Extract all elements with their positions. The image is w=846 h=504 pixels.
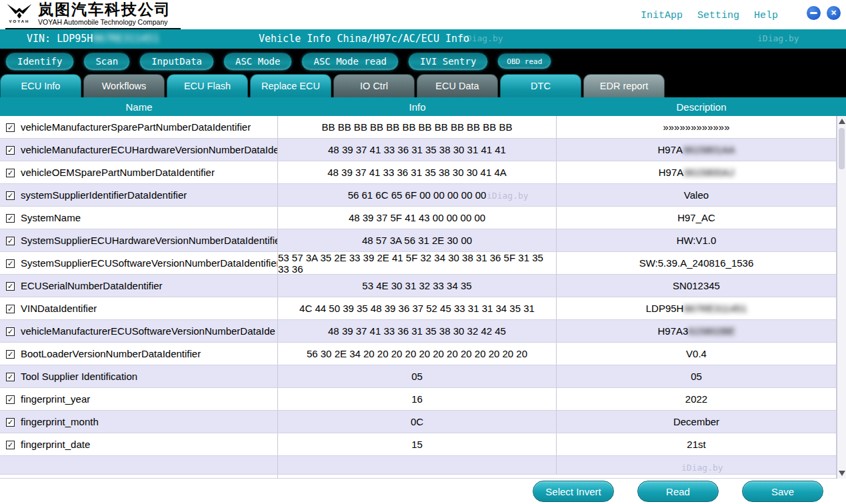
toolbar-obd-read-button[interactable]: OBD read — [497, 53, 551, 69]
vertical-scrollbar[interactable] — [837, 116, 846, 479]
toolbar-inputdata-button[interactable]: InputData — [139, 53, 214, 71]
toolbar-asc-mode-button[interactable]: ASC Mode — [223, 53, 292, 71]
checkbox-checked-icon[interactable]: ✓ — [6, 373, 15, 381]
row-name: vehicleManufacturerSparePartNumberDataId… — [21, 121, 251, 133]
row-description-cell: H97A3615800AJ — [557, 161, 836, 183]
checkbox-checked-icon[interactable]: ✓ — [6, 259, 15, 268]
row-name-cell — [0, 456, 278, 474]
row-description: SN012345 — [673, 280, 720, 291]
read-button[interactable]: Read — [637, 481, 719, 502]
table-row: ✓VINDataIdentifier4C 44 50 39 35 48 39 3… — [0, 297, 836, 320]
row-description: H97_AC — [677, 212, 715, 223]
row-info-cell — [278, 456, 557, 474]
row-description: V0.4 — [686, 348, 707, 359]
row-name: vehicleOEMSparePartNumberDataIdentifier — [21, 167, 215, 178]
redacted-text: 615802BE — [688, 325, 735, 337]
tab-replace-ecu[interactable]: Replace ECU — [250, 74, 331, 97]
scroll-down-arrow-icon[interactable] — [839, 471, 845, 476]
voyah-logo: VOYAH — [5, 2, 33, 25]
company-name-cn: 岚图汽车科技公司 — [38, 1, 171, 17]
table-body: ✓vehicleManufacturerSparePartNumberDataI… — [0, 116, 837, 479]
toolbar-asc-mode-read-button[interactable]: ASC Mode read — [301, 53, 399, 71]
row-description: Valeo — [684, 189, 709, 201]
table-row: ✓vehicleManufacturerECUHardwareVersionNu… — [0, 139, 836, 161]
row-name-cell: ✓vehicleManufacturerSparePartNumberDataI… — [0, 116, 278, 138]
row-name: Tool Supplier Identification — [21, 371, 137, 382]
row-name-cell: ✓BootLoaderVersionNumberDataIdentifier — [0, 343, 278, 365]
minimize-button[interactable] — [807, 6, 821, 20]
row-description-cell: HW:V1.0 — [557, 229, 836, 251]
table-row: ✓systemSupplierIdentifierDataIdentifier5… — [0, 184, 836, 207]
row-info-cell: 56 30 2E 34 20 20 20 20 20 20 20 20 20 2… — [278, 343, 557, 365]
tab-ecu-flash[interactable]: ECU Flash — [167, 74, 248, 97]
row-info-cell: 48 39 37 41 33 36 31 35 38 30 30 41 4A — [278, 161, 557, 183]
table-header: Name Info Description — [0, 97, 846, 116]
row-info-cell: 48 39 37 41 33 36 31 35 38 30 32 42 45 — [278, 320, 557, 342]
checkbox-checked-icon[interactable]: ✓ — [6, 214, 15, 223]
checkbox-checked-icon[interactable]: ✓ — [6, 327, 15, 336]
toolbar-ivi-sentry-button[interactable]: IVI Sentry — [408, 53, 488, 71]
toolbar-identify-button[interactable]: Identify — [5, 53, 74, 71]
table-row: ✓Tool Supplier Identification0505 — [0, 365, 836, 388]
checkbox-checked-icon[interactable]: ✓ — [6, 305, 15, 313]
save-button[interactable]: Save — [742, 481, 823, 502]
tab-workflows[interactable]: Workflows — [83, 74, 165, 97]
tab-edr-report[interactable]: EDR report — [583, 74, 665, 97]
row-name-cell: ✓vehicleManufacturerECUSoftwareVersionNu… — [0, 320, 278, 342]
row-info-cell: 53 4E 30 31 32 33 34 35 — [278, 275, 557, 297]
checkbox-checked-icon[interactable]: ✓ — [6, 191, 15, 200]
menu-initapp[interactable]: InitApp — [641, 10, 683, 21]
window-controls: ✕ — [807, 6, 841, 20]
tab-dtc[interactable]: DTC — [500, 74, 581, 97]
row-description: 2022 — [685, 393, 707, 405]
row-name: vehicleManufacturerECUSoftwareVersionNum… — [21, 325, 275, 337]
tab-ecu-info[interactable]: ECU Info — [0, 74, 81, 97]
app-window: VOYAH 岚图汽车科技公司 VOYAH Automobile Technolo… — [0, 0, 846, 504]
checkbox-checked-icon[interactable]: ✓ — [6, 169, 15, 177]
row-name: vehicleManufacturerECUHardwareVersionNum… — [21, 144, 278, 155]
row-info-cell: 48 39 37 5F 41 43 00 00 00 00 — [278, 207, 557, 229]
toolbar-scan-button[interactable]: Scan — [83, 53, 130, 71]
table-row: ✓ECUSerialNumberDataIdentifier53 4E 30 3… — [0, 275, 836, 297]
checkbox-checked-icon[interactable]: ✓ — [6, 123, 15, 132]
row-name-cell: ✓fingerprint_month — [0, 411, 278, 433]
row-description-cell: H97_AC — [557, 207, 836, 229]
row-name-cell: ✓fingerprint_date — [0, 433, 278, 455]
scrollbar-thumb[interactable] — [839, 128, 845, 169]
row-name-cell: ✓Tool Supplier Identification — [0, 365, 278, 387]
row-description: H97A — [658, 144, 683, 155]
checkbox-checked-icon[interactable]: ✓ — [6, 282, 15, 291]
title-bar: VOYAH 岚图汽车科技公司 VOYAH Automobile Technolo… — [0, 0, 846, 29]
column-header-description: Description — [557, 97, 846, 116]
menu-help[interactable]: Help — [754, 10, 778, 21]
close-icon: ✕ — [831, 9, 837, 17]
close-button[interactable]: ✕ — [827, 6, 841, 20]
tab-ecu-data[interactable]: ECU Data — [417, 74, 498, 97]
menu-setting[interactable]: Setting — [697, 10, 739, 21]
table-row: ✓vehicleManufacturerECUSoftwareVersionNu… — [0, 320, 836, 343]
minimize-icon — [810, 12, 817, 14]
row-name: fingerprint_date — [21, 439, 90, 450]
row-description-cell: 05 — [557, 365, 836, 387]
scroll-up-arrow-icon[interactable] — [839, 119, 845, 124]
row-description-cell: 2022 — [557, 388, 836, 410]
vin-label: VIN: — [27, 33, 57, 45]
row-name: fingerprint_month — [21, 416, 99, 427]
toolbar: Identify Scan InputData ASC Mode ASC Mod… — [0, 49, 846, 74]
row-info-cell: 4C 44 50 39 35 48 39 36 37 52 45 33 31 3… — [278, 297, 557, 319]
select-invert-button[interactable]: Select Invert — [533, 481, 614, 502]
checkbox-checked-icon[interactable]: ✓ — [6, 395, 15, 404]
checkbox-checked-icon[interactable]: ✓ — [6, 237, 15, 245]
row-name: SystemSupplierECUHardwareVersionNumberDa… — [21, 235, 278, 246]
row-description-cell: Valeo — [557, 184, 836, 206]
checkbox-checked-icon[interactable]: ✓ — [6, 146, 15, 155]
checkbox-checked-icon[interactable]: ✓ — [6, 418, 15, 427]
logo-word: VOYAH — [9, 19, 30, 23]
checkbox-checked-icon[interactable]: ✓ — [6, 441, 15, 449]
tab-io-ctrl[interactable]: IO Ctrl — [333, 74, 415, 97]
top-menu: InitApp Setting Help — [641, 10, 778, 21]
row-name: SystemName — [21, 212, 81, 223]
row-name: SystemSupplierECUSoftwareVersionNumberDa… — [21, 257, 278, 269]
checkbox-checked-icon[interactable]: ✓ — [6, 350, 15, 359]
table-row: ✓fingerprint_year162022 — [0, 388, 836, 411]
